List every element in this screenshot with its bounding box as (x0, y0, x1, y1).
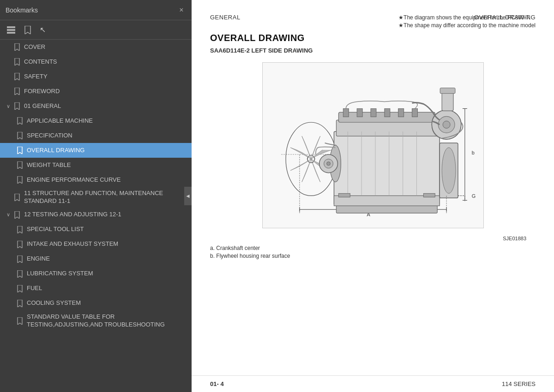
svg-text:b: b (471, 150, 474, 155)
svg-rect-39 (440, 88, 455, 94)
pdf-notes: ★The diagram shows the equipment for the… (398, 14, 536, 30)
pdf-note-1: ★The diagram shows the equipment for the… (398, 14, 536, 21)
bookmark-ribbon-icon-12testing (14, 211, 20, 219)
bookmark-label-standard-value-table: STANDARD VALUE TABLE FOR TESTING,ADJUSTI… (27, 313, 188, 329)
bookmark-item-engine[interactable]: ENGINE (0, 252, 192, 267)
bookmark-item-fuel[interactable]: FUEL (0, 281, 192, 296)
page-number: 01- 4 (210, 380, 224, 387)
bookmark-label-11structure: 11 STRUCTURE AND FUNCTION, MAINTENANCE S… (24, 190, 188, 205)
label-b: b. Flywheel housing rear surface (210, 253, 536, 259)
bookmark-label-cooling-system: COOLING SYSTEM (27, 299, 81, 307)
bookmark-ribbon-icon-contents (14, 58, 20, 66)
bookmarks-header: Bookmarks × (0, 0, 192, 20)
pdf-footer-bar: 01- 4 114 SERIES (192, 375, 554, 392)
bookmark-ribbon-icon-safety (14, 72, 20, 81)
bookmark-label-special-tool-list: SPECIAL TOOL LIST (27, 226, 84, 233)
svg-rect-24 (384, 108, 390, 117)
bookmark-label-12testing: 12 TESTING AND ADJUSTING 12-1 (24, 211, 121, 219)
bookmark-item-01general[interactable]: ∨ 01 GENERAL (0, 99, 192, 113)
bookmarks-list-container[interactable]: COVER CONTENTS SAFETY FOREWORD∨ 01 GENER… (0, 40, 192, 392)
bookmark-label-01general: 01 GENERAL (24, 102, 61, 110)
bookmark-label-intake-exhaust: INTAKE AND EXHAUST SYSTEM (27, 240, 118, 248)
pdf-panel: GENERAL OVERALL DRAWING OVERALL DRAWING … (192, 0, 554, 392)
bookmark-label-lubricating-system: LUBRICATING SYSTEM (27, 270, 93, 278)
view-mode-icon[interactable] (5, 24, 18, 36)
bookmark-item-cover[interactable]: COVER (0, 40, 192, 54)
bookmark-ribbon-icon-engine-performance-curve (17, 176, 23, 184)
bookmark-ribbon-icon-engine (17, 255, 23, 263)
bookmark-item-overall-drawing[interactable]: OVERALL DRAWING (0, 143, 192, 158)
svg-rect-22 (357, 108, 362, 117)
bookmark-ribbon-icon-foreword (14, 87, 20, 95)
svg-rect-2 (7, 32, 15, 34)
bookmark-label-applicable-machine: APPLICABLE MACHINE (27, 117, 93, 125)
bookmark-item-foreword[interactable]: FOREWORD (0, 84, 192, 99)
expand-placeholder-foreword (5, 88, 12, 95)
bookmark-item-intake-exhaust[interactable]: INTAKE AND EXHAUST SYSTEM (0, 237, 192, 252)
bookmark-ribbon-icon-lubricating-system (17, 270, 23, 278)
bookmark-item-weight-table[interactable]: WEIGHT TABLE (0, 158, 192, 172)
svg-rect-1 (7, 29, 15, 31)
bookmark-item-standard-value-table[interactable]: STANDARD VALUE TABLE FOR TESTING,ADJUSTI… (0, 311, 192, 331)
expand-placeholder-contents (5, 58, 12, 65)
svg-point-43 (326, 162, 330, 166)
bookmark-label-engine: ENGINE (27, 255, 50, 263)
bookmark-ribbon-icon-overall-drawing (17, 146, 23, 154)
expand-placeholder-safety (5, 73, 12, 80)
pdf-main-title: OVERALL DRAWING (210, 33, 313, 43)
bookmark-ribbon-icon-special-tool-list (17, 226, 23, 234)
bookmark-label-safety: SAFETY (24, 73, 48, 81)
bookmarks-panel: Bookmarks × ↖ COVER CONTENTS SAFETY FORE… (0, 0, 192, 392)
bookmark-item-11structure[interactable]: 11 STRUCTURE AND FUNCTION, MAINTENANCE S… (0, 187, 192, 208)
bookmark-label-cover: COVER (24, 43, 45, 51)
svg-rect-23 (371, 108, 376, 117)
bookmark-item-specification[interactable]: SPECIFICATION (0, 128, 192, 143)
bookmark-ribbon-icon-cooling-system (17, 299, 23, 308)
bookmark-label-engine-performance-curve: ENGINE PERFORMANCE CURVE (27, 176, 120, 184)
svg-rect-0 (7, 26, 15, 28)
svg-point-37 (443, 121, 450, 128)
svg-rect-26 (412, 108, 417, 117)
bookmark-label-contents: CONTENTS (24, 58, 57, 66)
bookmark-label-fuel: FUEL (27, 285, 42, 292)
bookmark-item-contents[interactable]: CONTENTS (0, 54, 192, 69)
pdf-note-2: ★The shape may differ according to the m… (398, 22, 536, 29)
pdf-content: GENERAL OVERALL DRAWING OVERALL DRAWING … (192, 0, 554, 375)
bookmark-label-specification: SPECIFICATION (27, 132, 72, 140)
bookmark-label-overall-drawing: OVERALL DRAWING (27, 147, 84, 154)
drawing-labels: SJE01883 a. Crankshaft center b. Flywhee… (210, 236, 536, 259)
drawing-id: SJE01883 (210, 236, 526, 241)
cursor-icon: ↖ (40, 25, 46, 34)
bookmark-item-12testing[interactable]: ∨ 12 TESTING AND ADJUSTING 12-1 (0, 208, 192, 222)
bookmark-ribbon-icon-cover (14, 43, 20, 51)
bookmark-ribbon-icon-weight-table (17, 161, 23, 169)
svg-rect-46 (338, 193, 350, 197)
bookmark-item-cooling-system[interactable]: COOLING SYSTEM (0, 296, 192, 311)
bookmark-item-special-tool-list[interactable]: SPECIAL TOOL LIST (0, 222, 192, 237)
bookmark-ribbon-icon-11structure (14, 193, 20, 202)
pdf-section-left: GENERAL (210, 14, 241, 21)
bookmark-item-lubricating-system[interactable]: LUBRICATING SYSTEM (0, 267, 192, 281)
bookmark-ribbon-icon-01general (14, 102, 20, 110)
bookmark-ribbon-icon-specification (17, 131, 23, 140)
expand-placeholder-11structure (5, 194, 12, 201)
expand-icon-01general: ∨ (5, 102, 12, 110)
bookmark-ribbon-icon-intake-exhaust (17, 240, 23, 249)
close-icon[interactable]: × (177, 6, 186, 15)
engine-drawing: A b G a (262, 62, 484, 228)
engine-drawing-container: A b G a (210, 62, 536, 228)
bookmark-ribbon-icon-fuel (17, 285, 23, 293)
bookmark-item-safety[interactable]: SAFETY (0, 69, 192, 84)
bookmark-label-weight-table: WEIGHT TABLE (27, 161, 71, 169)
bookmark-view-icon[interactable] (21, 24, 34, 36)
svg-rect-25 (398, 108, 403, 117)
bookmark-item-applicable-machine[interactable]: APPLICABLE MACHINE (0, 113, 192, 128)
bookmarks-title: Bookmarks (6, 6, 38, 14)
series-label: 114 SERIES (502, 380, 536, 387)
bookmark-ribbon-icon-standard-value-table (17, 317, 23, 325)
bookmark-item-engine-performance-curve[interactable]: ENGINE PERFORMANCE CURVE (0, 172, 192, 187)
svg-point-45 (442, 148, 456, 193)
expand-placeholder-cover (5, 43, 12, 51)
expand-icon-12testing: ∨ (5, 211, 12, 219)
collapse-panel-button[interactable]: ◄ (184, 187, 192, 205)
